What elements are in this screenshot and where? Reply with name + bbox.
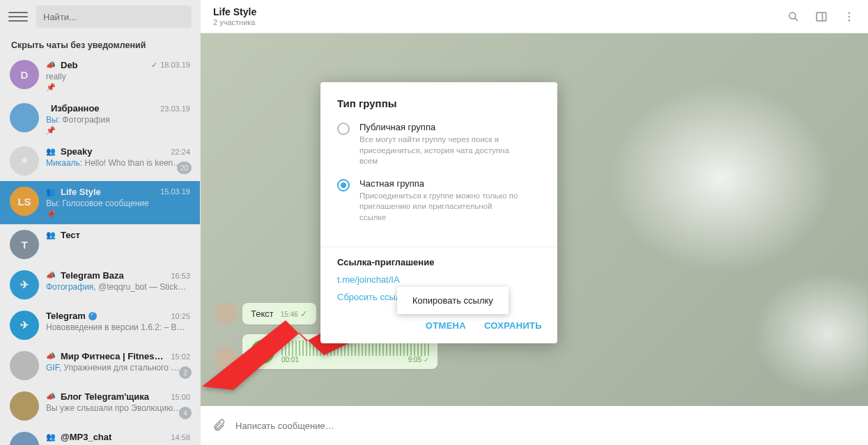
pin-icon: 📌 — [46, 126, 190, 135]
chat-title: Тест — [61, 230, 80, 240]
avatar: ✈ — [10, 270, 39, 299]
option-private[interactable]: Частная группа Присоединиться к группе м… — [337, 178, 541, 224]
chat-title: Telegram — [46, 311, 86, 321]
invite-link[interactable]: t.me/joinchat/IA — [337, 274, 541, 285]
radio-icon[interactable] — [337, 179, 350, 192]
chat-title: Deb — [61, 60, 78, 70]
chat-title: Life Style — [213, 6, 256, 17]
sidebar-top — [0, 0, 200, 33]
megaphone-icon: 📣 — [46, 392, 56, 401]
unread-badge: 2 — [179, 366, 192, 379]
unread-badge: 20 — [177, 162, 192, 174]
chat-item[interactable]: ✈ Telegram 10:25 Нововведения в версии 1… — [0, 305, 200, 345]
sidebar: Скрыть чаты без уведомлений D 📣 Deb ✓18.… — [0, 0, 201, 445]
pin-icon: 📌 — [46, 83, 190, 92]
chat-date: 15:02 — [171, 352, 190, 361]
avatar — [10, 103, 39, 132]
chat-date: 15:00 — [171, 393, 190, 401]
chat-preview: Фотография, @teqqru_bot — Sticker… — [46, 282, 190, 292]
chat-list[interactable]: D 📣 Deb ✓18.03.19 really 📌 Избранное 23.… — [0, 54, 200, 445]
chat-preview: Вы: Голосовое сообщение — [46, 198, 190, 208]
composer — [201, 406, 868, 445]
svg-point-5 — [848, 15, 850, 17]
chat-item[interactable]: ✶ 👥 Speaky 22:24 Микааль: Hello! Who tha… — [0, 141, 200, 181]
chat-subtitle: 2 участника — [213, 18, 256, 26]
svg-point-6 — [848, 19, 850, 21]
svg-point-0 — [789, 13, 796, 19]
chat-title: Telegram Baza — [61, 270, 124, 281]
avatar: D — [10, 60, 39, 89]
chat-title: Блог Telegram'щика — [61, 391, 149, 402]
group-icon: 👥 — [46, 187, 56, 196]
chat-title: Избранное — [51, 103, 100, 114]
chat-item[interactable]: LS 👥 Life Style ✓15.03.19 Вы: Голосовое … — [0, 181, 200, 224]
chat-item[interactable]: Т 👥 Тест — [0, 224, 200, 265]
chat-date: 14:58 — [171, 433, 190, 442]
dialog-title: Тип группы — [337, 97, 541, 109]
attach-icon[interactable] — [212, 419, 226, 432]
unread-badge: 4 — [179, 407, 192, 419]
option-desc: Все могут найти группу через поиск и при… — [359, 134, 520, 167]
chat-header[interactable]: Life Style 2 участника — [201, 0, 868, 33]
svg-line-1 — [795, 17, 798, 20]
message-input[interactable] — [235, 421, 857, 431]
chat-item[interactable]: 👥 @MP3_chat 14:58 killnik05 теперь в гру… — [0, 426, 200, 445]
invite-section-title: Ссылка-приглашение — [337, 257, 541, 267]
chat-preview: GIF, Упражнения для стального … — [46, 363, 190, 373]
menu-button[interactable] — [8, 7, 28, 26]
megaphone-icon: 📣 — [46, 61, 56, 70]
chat-preview: Нововведения в версии 1.6.2: – Вы м… — [46, 322, 190, 332]
chat-date: 23.03.19 — [160, 104, 190, 113]
group-icon: 👥 — [46, 231, 56, 240]
chat-title: Speaky — [61, 146, 93, 157]
option-public[interactable]: Публичная группа Все могут найти группу … — [337, 122, 541, 167]
search-input[interactable] — [36, 6, 192, 28]
cancel-button[interactable]: ОТМЕНА — [426, 320, 466, 331]
chat-preview: really — [46, 72, 190, 81]
save-button[interactable]: СОХРАНИТЬ — [484, 320, 542, 331]
group-icon: 👥 — [46, 147, 56, 156]
svg-rect-2 — [816, 13, 826, 21]
chat-item[interactable]: 📣 Мир Фитнеса | FitnessRU 15:02 GIF, Упр… — [0, 345, 200, 386]
sidebar-hint: Скрыть чаты без уведомлений — [0, 33, 200, 54]
chat-title: Мир Фитнеса | FitnessRU — [61, 351, 168, 361]
option-label: Публичная группа — [359, 122, 520, 132]
chat-date: 10:25 — [171, 312, 190, 320]
chat-item[interactable]: D 📣 Deb ✓18.03.19 really 📌 — [0, 54, 200, 97]
group-icon: 👥 — [46, 432, 56, 442]
megaphone-icon: 📣 — [46, 352, 56, 361]
pin-icon: 📌 — [46, 210, 190, 219]
search-icon[interactable] — [787, 10, 800, 23]
context-menu-copy-link[interactable]: Копировать ссылку — [397, 287, 509, 314]
avatar — [10, 432, 39, 445]
avatar: ✈ — [10, 311, 39, 340]
option-label: Частная группа — [359, 178, 520, 189]
radio-icon[interactable] — [337, 123, 350, 135]
option-desc: Присоединиться к группе можно только по … — [359, 191, 520, 224]
more-icon[interactable] — [843, 10, 855, 23]
chat-title: Life Style — [61, 187, 101, 197]
chat-item[interactable]: Избранное 23.03.19 Вы: Фотография 📌 — [0, 97, 200, 141]
chat-title: @MP3_chat — [61, 432, 111, 442]
avatar: Т — [10, 230, 39, 259]
avatar: LS — [10, 187, 39, 216]
avatar — [10, 351, 39, 380]
chat-preview: Микааль: Hello! Who than is keen… — [46, 158, 190, 168]
avatar: ✶ — [10, 146, 39, 175]
chat-preview: Вы: Фотография — [46, 115, 190, 125]
chat-preview: Вы уже слышали про Эволюцию… — [46, 403, 190, 413]
chat-item[interactable]: ✈ 📣 Telegram Baza 16:53 Фотография, @teq… — [0, 265, 200, 305]
chat-item[interactable]: 📣 Блог Telegram'щика 15:00 Вы уже слышал… — [0, 386, 200, 426]
sidepanel-icon[interactable] — [815, 10, 828, 23]
chat-date: 16:53 — [171, 272, 190, 280]
app-root: Скрыть чаты без уведомлений D 📣 Deb ✓18.… — [0, 0, 868, 445]
svg-point-4 — [848, 12, 850, 13]
megaphone-icon: 📣 — [46, 271, 56, 280]
verified-icon — [88, 312, 97, 320]
chat-date: ✓18.03.19 — [151, 61, 190, 70]
chat-date: ✓15.03.19 — [151, 187, 190, 196]
chat-date: 22:24 — [171, 148, 190, 156]
avatar — [10, 391, 39, 421]
